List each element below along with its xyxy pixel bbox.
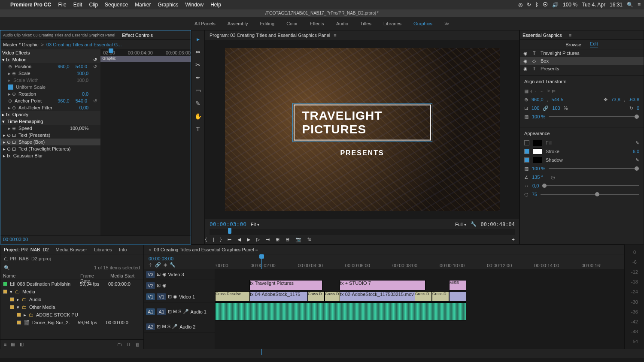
menu-marker[interactable]: Marker	[135, 2, 151, 8]
shadow-blur[interactable]: 75	[532, 192, 537, 197]
tab-project[interactable]: Project: PR_NAB_D2	[4, 247, 49, 252]
clip-cross-dissolve[interactable]: Cross D	[307, 291, 325, 302]
ws-color[interactable]: Color	[286, 21, 298, 26]
clip-cross-dissolve[interactable]: Cross D	[415, 291, 432, 302]
ec-mini-timeline[interactable]: 02:00 00:00:04:00 00:00:06:00 Graphic	[100, 49, 191, 235]
menu-icon[interactable]: ≡	[638, 2, 641, 8]
ws-audio[interactable]: Audio	[336, 21, 348, 26]
ec-sequence-link[interactable]: 03 Creating Titles and Essential G...	[46, 42, 122, 47]
col-framerate[interactable]: Frame Rate	[78, 272, 108, 280]
clip-video-3[interactable]	[449, 291, 466, 302]
clip-cross-dissolve[interactable]: Cross D	[325, 291, 342, 302]
ec-scale-label[interactable]: Scale	[18, 71, 30, 76]
battery-status[interactable]: 100 %	[563, 2, 577, 8]
shadow-angle[interactable]: 135 °	[532, 175, 543, 180]
ws-all-panels[interactable]: All Panels	[194, 21, 216, 26]
pen-tool[interactable]: ✎	[194, 99, 202, 108]
project-row[interactable]: ▾🗀Media	[0, 288, 143, 296]
ec-anchor-label[interactable]: Anchor Point	[15, 98, 42, 103]
menu-window[interactable]: Window	[185, 2, 204, 8]
stroke-swatch[interactable]	[533, 148, 542, 154]
eyedropper-icon[interactable]: ✎	[635, 157, 639, 163]
eg-layer-presents[interactable]: Presents	[541, 66, 559, 71]
go-to-in-button[interactable]: ⇤	[228, 237, 231, 242]
stroke-checkbox[interactable]	[524, 149, 529, 154]
creative-cloud-icon[interactable]: ◎	[518, 2, 522, 8]
tab-audio-clip-mixer[interactable]: Audio Clip Mixer: 03 Creating Titles and…	[3, 33, 115, 37]
visibility-icon[interactable]: ◉	[523, 58, 528, 64]
ws-editing[interactable]: Editing	[260, 21, 275, 26]
sync-icon[interactable]: ↻	[527, 2, 531, 8]
play-button[interactable]: ▶	[247, 237, 250, 242]
program-video[interactable]: TRAVELIGHT PICTURES PRESENTS	[225, 48, 500, 211]
clip-graphic-travelight[interactable]: fx Travelight Pictures	[249, 280, 322, 290]
mark-in-button[interactable]: {	[205, 237, 207, 242]
slip-tool[interactable]: ▭	[194, 86, 202, 95]
project-row[interactable]: 🎞068 Destination Publishin59,94 fps00:00…	[0, 280, 143, 288]
src-v1[interactable]: V1	[146, 293, 155, 300]
eg-panel-tab[interactable]: Essential Graphics	[522, 33, 562, 38]
link-icon[interactable]: 🔗	[543, 106, 549, 111]
shadow-blur-slider[interactable]	[541, 194, 639, 195]
menu-sequence[interactable]: Sequence	[105, 2, 128, 8]
ec-antiflicker-label[interactable]: Anti-flicker Filter	[18, 105, 52, 110]
project-row[interactable]: ▾🗀Other Media	[0, 303, 143, 311]
stroke-width[interactable]: 6,0	[633, 149, 639, 154]
ec-motion[interactable]: Motion	[12, 57, 27, 62]
ec-text-travelight[interactable]: Text (Travelight Pictures)	[18, 146, 70, 151]
ws-effects[interactable]: Effects	[310, 21, 324, 26]
freeform-view-icon[interactable]: ◧	[19, 341, 24, 347]
ec-speed-label[interactable]: Speed	[18, 126, 32, 131]
ec-shape-box[interactable]: Shape (Box)	[18, 139, 45, 145]
track-v3[interactable]: V3	[146, 271, 155, 278]
visibility-icon[interactable]: ◉	[523, 51, 528, 56]
menu-help[interactable]: Help	[210, 2, 221, 8]
eg-edit-tab[interactable]: Edit	[590, 41, 598, 48]
date[interactable]: Tue 4. Apr	[582, 2, 605, 8]
fx-button[interactable]: fx	[307, 237, 311, 242]
hand-tool[interactable]: ✋	[194, 112, 202, 121]
visibility-icon[interactable]: ◉	[523, 66, 528, 72]
clock[interactable]: 16:31	[610, 2, 623, 8]
wifi-icon[interactable]: ⦿	[543, 2, 548, 8]
export-frame-button[interactable]: 📷	[295, 237, 301, 242]
program-scrubber[interactable]	[210, 229, 515, 235]
tab-media-browser[interactable]: Media Browser	[56, 247, 87, 252]
shadow-opacity[interactable]: 100 %	[532, 166, 545, 171]
tab-info[interactable]: Info	[119, 247, 127, 252]
new-bin-icon[interactable]: 🗀	[117, 342, 122, 347]
eg-layer-travelight[interactable]: Travelight Pictures	[541, 51, 580, 56]
ec-position-x[interactable]: 960,0	[58, 64, 70, 69]
list-view-icon[interactable]: ≡	[4, 342, 6, 347]
ec-rotation-val[interactable]: 0,0	[82, 91, 88, 97]
eg-browse-tab[interactable]: Browse	[565, 42, 581, 47]
menu-edit[interactable]: Edit	[73, 2, 82, 8]
src-a1[interactable]: A1	[146, 308, 155, 315]
fill-checkbox[interactable]	[524, 140, 529, 145]
col-mediastart[interactable]: Media Start	[108, 272, 137, 280]
eg-layer-box[interactable]: Box	[541, 58, 549, 63]
app-name[interactable]: Premiere Pro CC	[10, 2, 51, 8]
eg-opacity[interactable]: 100 %	[532, 114, 545, 119]
linked-sel-icon[interactable]: 🔗	[155, 262, 161, 268]
ec-opacity[interactable]: Opacity	[12, 112, 28, 117]
wrench-icon[interactable]: 🔧	[471, 221, 477, 227]
go-to-out-button[interactable]: ⇥	[266, 237, 270, 242]
program-timecode[interactable]: 00:00:03:00	[210, 221, 246, 227]
eg-scale-h[interactable]: 100	[552, 106, 560, 111]
project-row[interactable]: ▸🗀ADOBE STOCK PU	[0, 311, 143, 319]
eg-opacity-slider[interactable]	[549, 116, 639, 117]
shadow-swatch[interactable]	[533, 157, 542, 163]
menu-file[interactable]: File	[58, 2, 66, 8]
resolution-dropdown[interactable]: Full ▾	[455, 222, 466, 227]
track-v2[interactable]: V2	[146, 282, 155, 289]
bluetooth-icon[interactable]: ᛒ	[535, 2, 538, 8]
ws-overflow-icon[interactable]: ≫	[444, 21, 450, 27]
volume-icon[interactable]: 🔊	[552, 2, 559, 8]
fill-swatch[interactable]	[533, 140, 542, 146]
mark-out-button[interactable]: }	[220, 237, 222, 242]
ec-time-remap[interactable]: Time Remapping	[7, 119, 43, 124]
clip-graphic-studio[interactable]: fx + STUDIO 7	[340, 280, 425, 290]
ec-gaussian-blur[interactable]: Gaussian Blur	[13, 153, 43, 158]
timeline-tab[interactable]: 03 Creating Titles and Essential Graphic…	[154, 247, 254, 252]
